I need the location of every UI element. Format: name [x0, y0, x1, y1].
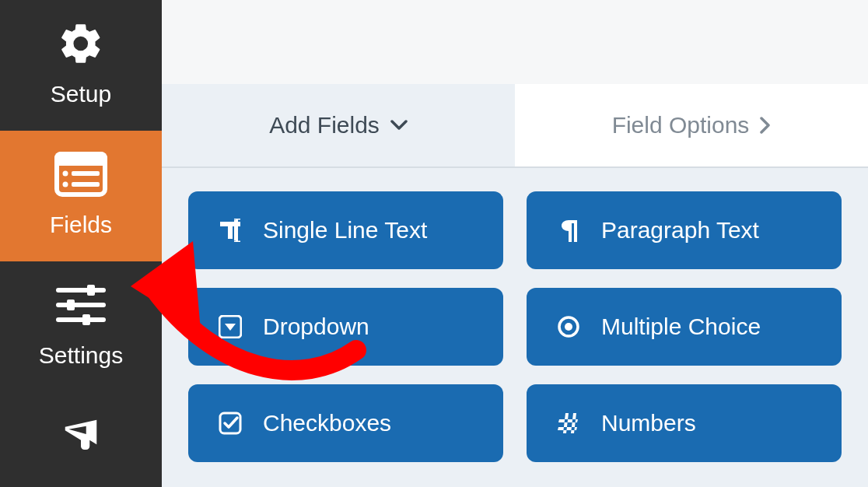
field-label: Checkboxes	[263, 410, 391, 436]
sidebar-item-label: Setup	[51, 81, 111, 107]
svg-rect-24	[220, 413, 240, 433]
tab-add-fields[interactable]: Add Fields	[162, 84, 515, 166]
tab-label: Add Fields	[269, 112, 380, 138]
app-root: Setup Fi	[0, 0, 868, 487]
field-label: Numbers	[601, 410, 696, 436]
sidebar-item-label: Fields	[50, 212, 112, 238]
field-label: Single Line Text	[263, 217, 427, 243]
svg-rect-7	[54, 159, 107, 166]
field-numbers[interactable]: Numbers	[527, 384, 842, 462]
sidebar-item-fields[interactable]: Fields	[0, 131, 162, 261]
sidebar-item-label: Settings	[39, 342, 123, 369]
svg-point-23	[565, 323, 572, 331]
field-paragraph-text[interactable]: Paragraph Text	[527, 191, 842, 269]
svg-point-8	[63, 171, 68, 177]
svg-rect-19	[236, 219, 238, 242]
svg-point-10	[63, 182, 68, 187]
dot-circle-icon	[553, 315, 584, 338]
field-label: Paragraph Text	[601, 217, 759, 243]
field-dropdown[interactable]: Dropdown	[188, 288, 503, 366]
sidebar-item-marketing[interactable]	[0, 392, 162, 481]
megaphone-icon	[57, 411, 105, 461]
text-cursor-icon	[215, 219, 246, 242]
field-multiple-choice[interactable]: Multiple Choice	[527, 288, 842, 366]
field-label: Dropdown	[263, 314, 369, 340]
list-icon	[54, 149, 107, 199]
sidebar-item-settings[interactable]: Settings	[0, 261, 162, 392]
svg-rect-12	[56, 288, 106, 293]
tab-label: Field Options	[612, 112, 750, 138]
field-checkboxes[interactable]: Checkboxes	[188, 384, 503, 462]
svg-rect-17	[82, 314, 90, 325]
tabs-row: Add Fields Field Options	[162, 84, 868, 168]
field-single-line-text[interactable]: Single Line Text	[188, 191, 503, 269]
svg-rect-15	[67, 300, 75, 310]
svg-rect-9	[72, 171, 100, 176]
svg-marker-21	[225, 324, 236, 331]
sliders-icon	[56, 280, 106, 330]
field-grid: Single Line Text Paragraph Text Dropdown	[188, 191, 842, 462]
svg-rect-13	[87, 285, 95, 296]
field-label: Multiple Choice	[601, 314, 761, 340]
field-palette: Single Line Text Paragraph Text Dropdown	[162, 168, 868, 487]
chevron-down-icon	[390, 120, 408, 131]
svg-rect-14	[56, 303, 106, 307]
svg-rect-11	[72, 182, 100, 187]
gear-icon	[57, 19, 105, 68]
header-spacer	[162, 0, 868, 84]
tab-field-options[interactable]: Field Options	[515, 84, 868, 166]
caret-square-down-icon	[215, 315, 246, 338]
sidebar: Setup Fi	[0, 0, 162, 487]
svg-rect-16	[56, 317, 106, 322]
sidebar-item-setup[interactable]: Setup	[0, 0, 162, 131]
hashtag-icon	[553, 412, 584, 435]
check-square-icon	[215, 412, 246, 435]
main-panel: Add Fields Field Options Single Line Tex	[162, 0, 868, 487]
chevron-right-icon	[760, 117, 771, 134]
pilcrow-icon	[553, 219, 584, 242]
